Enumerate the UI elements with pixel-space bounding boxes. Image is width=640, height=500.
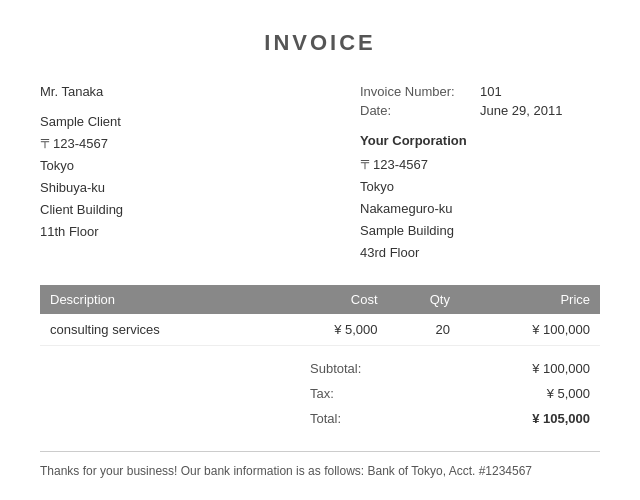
client-building: Client Building [40,199,360,221]
corp-city: Tokyo [360,176,600,198]
client-label: Sample Client [40,111,360,133]
total-label: Total: [310,411,341,426]
subtotal-row: Subtotal: ¥ 100,000 [300,356,600,381]
header-section: Mr. Tanaka Sample Client 〒123-4567 Tokyo… [40,84,600,265]
row-qty: 20 [388,314,460,346]
grand-total-row: Total: ¥ 105,000 [300,406,600,431]
table-row: consulting services ¥ 5,000 20 ¥ 100,000 [40,314,600,346]
invoice-number-row: Invoice Number: 101 [360,84,600,99]
corp-floor: 43rd Floor [360,242,600,264]
footer-note: Thanks for your business! Our bank infor… [40,464,600,478]
corp-ward: Nakameguro-ku [360,198,600,220]
invoice-meta: Invoice Number: 101 Date: June 29, 2011 [360,84,600,118]
corp-building: Sample Building [360,220,600,242]
invoice-number-label: Invoice Number: [360,84,470,99]
date-row: Date: June 29, 2011 [360,103,600,118]
subtotal-label: Subtotal: [310,361,361,376]
date-label: Date: [360,103,470,118]
client-floor: 11th Floor [40,221,360,243]
totals-section: Subtotal: ¥ 100,000 Tax: ¥ 5,000 Total: … [40,356,600,431]
subtotal-value: ¥ 100,000 [500,361,590,376]
invoice-table-section: Description Cost Qty Price consulting se… [40,285,600,346]
recipient-name: Mr. Tanaka [40,84,360,99]
right-header: Invoice Number: 101 Date: June 29, 2011 … [360,84,600,265]
table-header-row: Description Cost Qty Price [40,285,600,314]
row-description: consulting services [40,314,274,346]
client-postal: 〒123-4567 [40,133,360,155]
col-cost: Cost [274,285,388,314]
col-qty: Qty [388,285,460,314]
corp-label: Your Corporation [360,130,600,152]
client-city: Tokyo [40,155,360,177]
corp-block: Your Corporation 〒123-4567 Tokyo Nakameg… [360,130,600,265]
invoice-title: INVOICE [40,30,600,56]
row-price: ¥ 100,000 [460,314,600,346]
date-value: June 29, 2011 [480,103,562,118]
invoice-table: Description Cost Qty Price consulting se… [40,285,600,346]
row-cost: ¥ 5,000 [274,314,388,346]
client-ward: Shibuya-ku [40,177,360,199]
tax-value: ¥ 5,000 [500,386,590,401]
totals-table: Subtotal: ¥ 100,000 Tax: ¥ 5,000 Total: … [300,356,600,431]
tax-row: Tax: ¥ 5,000 [300,381,600,406]
client-block: Sample Client 〒123-4567 Tokyo Shibuya-ku… [40,111,360,244]
col-price: Price [460,285,600,314]
invoice-number-value: 101 [480,84,502,99]
footer-divider [40,451,600,452]
left-header: Mr. Tanaka Sample Client 〒123-4567 Tokyo… [40,84,360,265]
total-value: ¥ 105,000 [500,411,590,426]
col-description: Description [40,285,274,314]
corp-postal: 〒123-4567 [360,154,600,176]
tax-label: Tax: [310,386,334,401]
